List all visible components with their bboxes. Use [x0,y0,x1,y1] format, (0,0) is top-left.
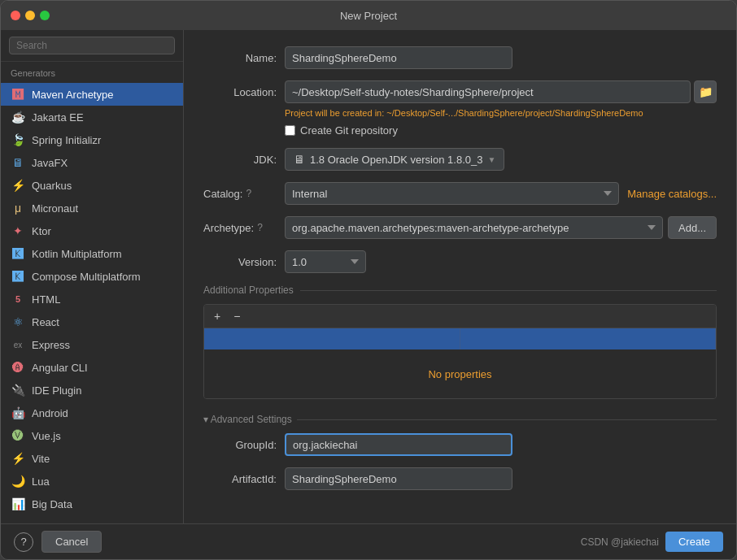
sidebar-item-lua[interactable]: 🌙 Lua [1,470,183,493]
big-data-icon: 📊 [11,497,25,511]
name-label: Name: [203,52,277,64]
sidebar-item-react[interactable]: ⚛ React [1,310,183,333]
traffic-lights [11,11,50,20]
sidebar-item-label: Angular CLI [32,362,88,374]
dialog-body: Generators 🅼 Maven Archetype ☕ Jakarta E… [1,30,736,523]
jdk-label: JDK: [203,154,277,166]
minimize-button[interactable] [25,11,35,20]
bottom-bar: ? Cancel CSDN @jakiechai Create [1,523,736,559]
archetype-label-text: Archetype: [203,222,254,234]
additional-properties-section-title: Additional Properties [203,284,717,296]
maximize-button[interactable] [40,11,50,20]
no-properties-label: No properties [428,368,491,380]
location-hint: Project will be created in: ~/Desktop/Se… [285,108,717,118]
sidebar-item-html[interactable]: 5 HTML [1,288,183,310]
sidebar-item-express[interactable]: ex Express [1,333,183,356]
sidebar-item-label: Kotlin Multiplatform [32,248,122,260]
sidebar-item-android[interactable]: 🤖 Android [1,402,183,424]
archetype-input-group: org.apache.maven.archetypes:maven-archet… [285,216,717,239]
groupid-row: GroupId: [203,433,717,456]
quarkus-icon: ⚡ [11,178,25,193]
advanced-settings-label: ▾ Advanced Settings [203,414,292,425]
folder-browse-button[interactable]: 📁 [694,80,717,103]
version-select[interactable]: 1.0 [285,250,366,273]
sidebar-item-maven-archetype[interactable]: 🅼 Maven Archetype [1,83,183,106]
location-row: Location: 📁 [203,80,717,103]
sidebar-item-quarkus[interactable]: ⚡ Quarkus [1,174,183,197]
sidebar-item-label: Jakarta EE [32,111,84,124]
sidebar-item-spring-initializr[interactable]: 🍃 Spring Initializr [1,128,183,151]
catalog-label-text: Catalog: [203,188,242,200]
remove-property-button[interactable]: − [230,308,243,324]
sidebar-item-label: React [32,316,59,328]
add-property-button[interactable]: + [211,308,224,324]
archetype-row: Archetype: ? org.apache.maven.archetypes… [203,216,717,239]
sidebar-item-label: Spring Initializr [32,134,101,146]
create-button[interactable]: Create [665,532,723,552]
sidebar-item-label: Micronaut [32,202,78,215]
new-project-dialog: New Project Generators 🅼 Maven Archetype… [0,0,737,560]
advanced-settings-section: ▾ Advanced Settings GroupId: ArtifactId: [203,414,717,501]
sidebar-item-jakarta-ee[interactable]: ☕ Jakarta EE [1,106,183,128]
catalog-row: Catalog: ? Internal Manage catalogs... [203,182,717,205]
artifactid-input[interactable] [285,467,512,490]
sidebar-item-label: Quarkus [32,180,72,192]
sidebar-item-compose-multiplatform[interactable]: 🅺 Compose Multiplatform [1,265,183,288]
react-icon: ⚛ [11,315,25,329]
groupid-input[interactable] [285,433,512,456]
sidebar-item-label: Compose Multiplatform [32,271,141,283]
props-header [204,328,716,349]
git-label: Create Git repository [300,124,398,137]
help-button[interactable]: ? [14,532,33,552]
cancel-button[interactable]: Cancel [41,531,102,553]
archetype-select[interactable]: org.apache.maven.archetypes:maven-archet… [285,216,663,239]
sidebar-item-label: Big Data [32,498,72,510]
maven-archetype-icon: 🅼 [11,87,25,102]
git-checkbox[interactable] [285,125,295,136]
sidebar-item-ide-plugin[interactable]: 🔌 IDE Plugin [1,379,183,402]
ide-plugin-icon: 🔌 [11,383,25,397]
search-input[interactable] [9,37,175,54]
artifactid-label: ArtifactId: [203,473,277,485]
manage-catalogs-link[interactable]: Manage catalogs... [627,188,717,200]
sidebar: Generators 🅼 Maven Archetype ☕ Jakarta E… [1,30,184,523]
lua-icon: 🌙 [11,474,25,488]
sidebar-item-angular-cli[interactable]: 🅐 Angular CLI [1,356,183,379]
catalog-select[interactable]: Internal [285,182,619,205]
props-name-header [204,328,460,349]
catalog-label: Catalog: ? [203,188,277,200]
sidebar-item-ktor[interactable]: ✦ Ktor [1,219,183,242]
sidebar-item-kotlin-multiplatform[interactable]: 🅺 Kotlin Multiplatform [1,242,183,265]
jdk-value: 1.8 Oracle OpenJDK version 1.8.0_3 [310,154,482,166]
sidebar-item-javafx[interactable]: 🖥 JavaFX [1,151,183,174]
archetype-help-icon[interactable]: ? [257,222,263,233]
props-value-header [460,328,717,349]
sidebar-item-big-data[interactable]: 📊 Big Data [1,493,183,515]
props-body: No properties [204,349,716,398]
micronaut-icon: μ [11,201,25,215]
sidebar-item-label: Vite [32,453,50,465]
advanced-settings-toggle[interactable]: ▾ Advanced Settings [203,414,717,425]
html-icon: 5 [11,292,25,306]
sidebar-list: 🅼 Maven Archetype ☕ Jakarta EE 🍃 Spring … [1,81,183,523]
sidebar-item-label: Ktor [32,225,51,237]
location-input[interactable] [285,80,691,103]
close-button[interactable] [11,11,20,20]
vue-icon: 🅥 [11,428,25,443]
name-input[interactable] [285,46,512,69]
sidebar-item-label: Maven Archetype [32,89,113,101]
sidebar-item-vite[interactable]: ⚡ Vite [1,447,183,470]
sidebar-item-label: JavaFX [32,157,68,169]
jdk-dropdown[interactable]: 🖥 1.8 Oracle OpenJDK version 1.8.0_3 ▼ [285,148,504,171]
javafx-icon: 🖥 [11,155,25,170]
additional-properties-label: Additional Properties [203,284,294,296]
sidebar-item-vuejs[interactable]: 🅥 Vue.js [1,424,183,447]
catalog-help-icon[interactable]: ? [246,188,251,199]
add-archetype-button[interactable]: Add... [668,216,717,239]
version-label: Version: [203,256,277,268]
ktor-icon: ✦ [11,224,25,238]
jdk-icon: 🖥 [294,153,305,166]
compose-mp-icon: 🅺 [11,269,25,284]
kotlin-mp-icon: 🅺 [11,246,25,261]
sidebar-item-micronaut[interactable]: μ Micronaut [1,197,183,219]
